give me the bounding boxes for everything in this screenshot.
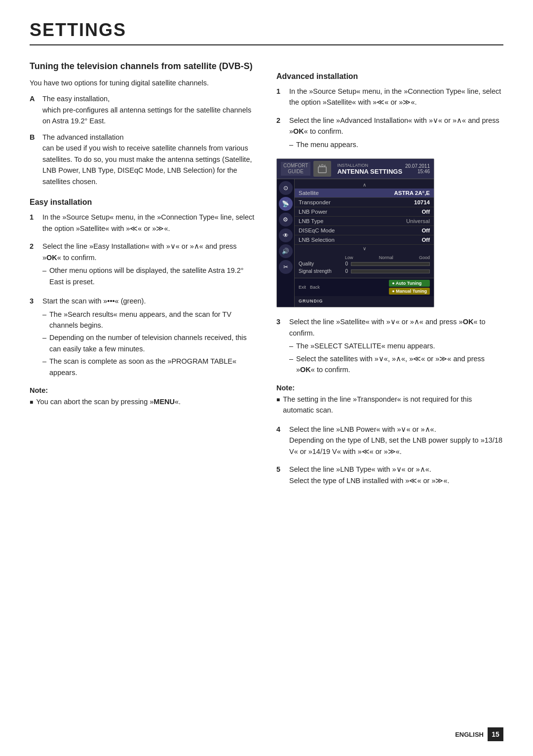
tv-row-diseqc: DISEqC Mode Off bbox=[295, 226, 434, 235]
tv-screenshot: COMFORT GUIDE INSTALLA bbox=[276, 158, 434, 307]
adv-step-2-bullet-1: The menu appears. bbox=[289, 139, 503, 150]
easy-step-3-bullet-2: Depending on the number of television ch… bbox=[42, 332, 257, 354]
adv-step-2-content: Select the line »Advanced Installation« … bbox=[289, 115, 503, 151]
option-b-content: The advanced installation can be used if… bbox=[42, 132, 257, 187]
adv-step-3: 3 Select the line »Satellite« with »∨« o… bbox=[276, 316, 503, 377]
easy-step-3: 3 Start the scan with »•••« (green). The… bbox=[30, 296, 257, 379]
easy-step-2-content: Select the line »Easy Installation« with… bbox=[42, 241, 257, 289]
advanced-steps-2: 3 Select the line »Satellite« with »∨« o… bbox=[276, 316, 503, 377]
tv-footer-buttons: ● Auto Tuning ● Manual Tuning bbox=[389, 280, 430, 295]
easy-step-2: 2 Select the line »Easy Installation« wi… bbox=[30, 241, 257, 289]
tv-icon-3: ⚙ bbox=[279, 213, 293, 227]
easy-note-content: ■ You can abort the scan by pressing »ME… bbox=[30, 396, 257, 407]
tv-row-lnb-sel: LNB Selection Off bbox=[295, 235, 434, 245]
tv-row-lnb-type-value: Universal bbox=[406, 218, 430, 224]
advanced-steps-3: 4 Select the line »LNB Power« with »∨« o… bbox=[276, 424, 503, 486]
right-column: Advanced installation 1 In the »Source S… bbox=[276, 61, 503, 493]
tv-btn-manual: ● Manual Tuning bbox=[389, 288, 430, 295]
tv-body: ⊙ 📡 ⚙ 👁 🔊 ✂ ∧ Satellite ASTRA 2A°,E bbox=[277, 179, 434, 307]
svg-rect-0 bbox=[318, 167, 326, 173]
easy-note-text: You can abort the scan by pressing »MENU… bbox=[36, 396, 181, 407]
option-a: A The easy installation, which pre-confi… bbox=[30, 93, 257, 126]
tv-datetime: 20.07.2011 15:46 bbox=[405, 163, 430, 174]
easy-step-2-bullets: Other menu options will be displayed, th… bbox=[42, 265, 257, 287]
option-b-label: B bbox=[30, 132, 38, 187]
tv-content: ∧ Satellite ASTRA 2A°,E Transponder 1071… bbox=[295, 179, 434, 307]
adv-step-3-bullet-1: The »SELECT SATELLITE« menu appears. bbox=[289, 340, 503, 351]
tv-row-satellite-label: Satellite bbox=[299, 190, 319, 196]
tv-sidebar: ⊙ 📡 ⚙ 👁 🔊 ✂ bbox=[277, 179, 295, 307]
tv-row-lnb-sel-label: LNB Selection bbox=[299, 237, 335, 243]
tv-main-title: ANTENNA SETTINGS bbox=[337, 168, 402, 175]
adv-note-bullet: ■ bbox=[276, 395, 280, 416]
tv-footer-nav: Exit Back bbox=[299, 285, 320, 290]
tv-icon-5: 🔊 bbox=[279, 244, 293, 258]
tv-signal-area: Low Normal Good Quality 0 bbox=[295, 252, 434, 278]
tv-row-transponder-label: Transponder bbox=[299, 199, 331, 205]
tv-guide-box: COMFORT GUIDE bbox=[281, 162, 310, 176]
svg-point-3 bbox=[321, 164, 323, 166]
option-a-content: The easy installation, which pre-configu… bbox=[42, 93, 257, 126]
advanced-note-content: ■ The setting in the line »Transponder« … bbox=[276, 394, 503, 416]
footer-page-number: 15 bbox=[488, 727, 503, 741]
tv-row-lnb-power-label: LNB Power bbox=[299, 209, 327, 215]
scale-normal: Normal bbox=[379, 255, 393, 260]
tv-icon-6: ✂ bbox=[279, 260, 293, 274]
tv-chevron-down: ∨ bbox=[295, 245, 434, 252]
advanced-steps-1: 1 In the »Source Setup« menu, in the »Co… bbox=[276, 86, 503, 151]
adv-step-1-content: In the »Source Setup« menu, in the »Conn… bbox=[289, 86, 503, 108]
tv-time-val: 15:46 bbox=[405, 169, 430, 174]
page-footer: ENGLISH 15 bbox=[455, 727, 503, 741]
easy-step-3-bullets: The »Search results« menu appears, and t… bbox=[42, 309, 257, 378]
adv-step-3-bullet-2: Select the satellites with »∨«, »∧«, »≪«… bbox=[289, 353, 503, 376]
tv-quality-val: 0 bbox=[341, 261, 348, 266]
tv-row-satellite-value: ASTRA 2A°,E bbox=[394, 190, 430, 196]
adv-step-4: 4 Select the line »LNB Power« with »∨« o… bbox=[276, 424, 503, 457]
advanced-note-text: The setting in the line »Transponder« is… bbox=[283, 394, 503, 416]
left-column: Tuning the television channels from sate… bbox=[30, 61, 257, 493]
tv-header-left: COMFORT GUIDE INSTALLA bbox=[281, 161, 402, 177]
adv-step-2: 2 Select the line »Advanced Installation… bbox=[276, 115, 503, 151]
options-list: A The easy installation, which pre-confi… bbox=[30, 93, 257, 187]
tv-quality-bar bbox=[351, 262, 430, 266]
tv-grundig-logo: GRUNDIG bbox=[295, 296, 434, 305]
page: SETTINGS Tuning the television channels … bbox=[0, 0, 533, 756]
tv-installation-label: INSTALLATION bbox=[337, 163, 402, 168]
tv-footer-exit: Exit bbox=[299, 285, 306, 290]
tv-strength-label: Signal strength bbox=[299, 268, 338, 274]
tv-icon-1: ⊙ bbox=[279, 181, 293, 195]
tv-row-lnb-power: LNB Power Off bbox=[295, 207, 434, 217]
footer-language: ENGLISH bbox=[455, 731, 484, 738]
option-a-subtext: which pre-configures all antenna setting… bbox=[42, 106, 251, 125]
tv-row-diseqc-value: Off bbox=[421, 227, 430, 233]
tv-row-satellite: Satellite ASTRA 2A°,E bbox=[295, 189, 434, 198]
content-columns: Tuning the television channels from sate… bbox=[30, 61, 503, 493]
tv-row-transponder: Transponder 10714 bbox=[295, 198, 434, 207]
adv-step-2-bullets: The menu appears. bbox=[289, 139, 503, 150]
tv-guide-label: COMFORT bbox=[283, 163, 308, 169]
easy-install-note: Note: ■ You can abort the scan by pressi… bbox=[30, 386, 257, 407]
tv-footer-back: Back bbox=[310, 285, 320, 290]
easy-step-3-bullet-1: The »Search results« menu appears, and t… bbox=[42, 309, 257, 331]
adv-step-3-bullets: The »SELECT SATELLITE« menu appears. Sel… bbox=[289, 340, 503, 375]
adv-step-4-content: Select the line »LNB Power« with »∨« or … bbox=[289, 424, 503, 457]
option-a-label: A bbox=[30, 93, 38, 126]
tv-quality-label: Quality bbox=[299, 261, 338, 266]
adv-step-3-content: Select the line »Satellite« with »∨« or … bbox=[289, 316, 503, 377]
advanced-install-heading: Advanced installation bbox=[276, 72, 503, 81]
tv-quality-row: Quality 0 bbox=[299, 261, 430, 266]
tv-chevron-up: ∧ bbox=[295, 181, 434, 189]
tv-footer: Exit Back ● Auto Tuning ● Manual Tuning bbox=[295, 278, 434, 296]
intro-text: You have two options for tuning digital … bbox=[30, 77, 257, 88]
easy-note-label: Note: bbox=[30, 386, 257, 394]
tv-row-lnb-type: LNB Type Universal bbox=[295, 217, 434, 226]
tv-antenna-icon bbox=[313, 161, 331, 177]
main-heading: Tuning the television channels from sate… bbox=[30, 61, 257, 72]
tv-row-lnb-type-label: LNB Type bbox=[299, 218, 323, 224]
scale-low: Low bbox=[345, 255, 353, 260]
easy-step-3-content: Start the scan with »•••« (green). The »… bbox=[42, 296, 257, 379]
adv-step-5-content: Select the line »LNB Type« with »∨« or »… bbox=[289, 464, 503, 486]
tv-btn-auto: ● Auto Tuning bbox=[389, 280, 430, 287]
tv-title-area: INSTALLATION ANTENNA SETTINGS bbox=[334, 163, 402, 175]
tv-date: 20.07.2011 bbox=[405, 163, 430, 169]
